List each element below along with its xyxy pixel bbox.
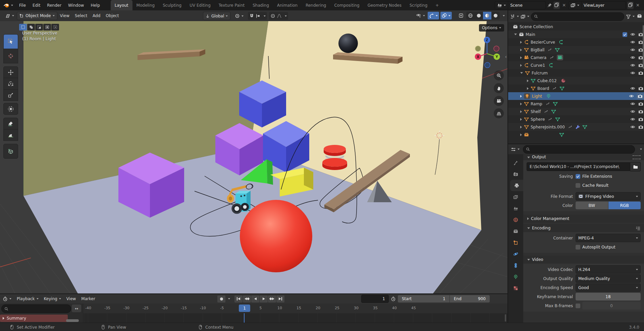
tab-tool[interactable] — [508, 157, 523, 168]
hide-eye-icon[interactable] — [630, 70, 635, 75]
hide-eye-icon[interactable] — [630, 40, 635, 45]
outliner-item-label[interactable]: BigBall — [531, 48, 544, 52]
timeline-search-input[interactable] — [1, 305, 71, 313]
outliner-row-bigball[interactable]: BigBall — [508, 46, 644, 54]
outliner-row-light[interactable]: Light — [508, 92, 644, 100]
viewlayer-name[interactable]: ViewLayer — [582, 2, 626, 9]
menu-file[interactable]: File — [16, 3, 29, 8]
add-workspace-button[interactable]: + — [431, 0, 443, 10]
tab-layout[interactable]: Layout — [111, 0, 132, 10]
tool-annotate[interactable] — [3, 118, 18, 129]
auto-keying-button[interactable] — [217, 295, 225, 302]
disclosure-icon[interactable] — [520, 103, 522, 105]
tab-uv-editing[interactable]: UV Editing — [185, 0, 215, 10]
new-viewlayer-button[interactable] — [627, 2, 634, 9]
outliner-row-spherejoints[interactable]: SphereJoints.000 — [508, 123, 644, 131]
tab-texture-paint[interactable]: Texture Paint — [215, 0, 249, 10]
tab-rendering[interactable]: Rendering — [302, 0, 330, 10]
outliner-row-sphere[interactable]: Sphere — [508, 115, 644, 123]
max-bframes-checkbox[interactable] — [576, 304, 580, 308]
unlink-scene-button[interactable]: ✕ — [561, 3, 567, 8]
disable-render-camera-icon[interactable] — [638, 124, 643, 129]
pivot-point-selector[interactable] — [232, 12, 246, 20]
outliner-item-label[interactable]: Cube.012 — [537, 78, 557, 83]
tool-cursor[interactable] — [3, 49, 18, 63]
tab-geometry-nodes[interactable]: Geometry Nodes — [364, 0, 406, 10]
tool-rotate[interactable] — [3, 78, 18, 90]
display-mode-button[interactable] — [521, 14, 529, 19]
editor-type-button[interactable] — [510, 14, 519, 19]
snap-target-icon[interactable] — [256, 13, 261, 18]
frame-start-field[interactable]: Start 1 — [398, 295, 449, 302]
jump-to-end-button[interactable] — [276, 295, 284, 302]
timeline-ruler[interactable]: -40 -35 -30 -25 -20 -15 -10 -5 5 10 15 2… — [83, 304, 507, 313]
menu-view[interactable]: View — [57, 10, 72, 21]
current-frame-indicator[interactable]: 1 — [239, 305, 250, 312]
toggle-xray-button[interactable] — [457, 12, 465, 19]
tab-view-layer[interactable] — [508, 191, 523, 203]
color-rgb-button[interactable]: RGB — [608, 202, 641, 209]
tab-scripting[interactable]: Scripting — [406, 0, 431, 10]
show-gizmo-button[interactable] — [428, 12, 439, 19]
tool-move[interactable] — [3, 66, 18, 78]
browse-folder-button[interactable] — [630, 162, 641, 171]
disable-render-camera-icon[interactable] — [638, 109, 643, 114]
scene-browse-icon[interactable] — [495, 2, 508, 9]
hide-eye-icon[interactable] — [630, 47, 635, 52]
tab-texture[interactable] — [508, 282, 523, 294]
gizmo-axis-neg-x[interactable] — [494, 46, 499, 51]
filter-button[interactable] — [626, 14, 635, 19]
tab-collection[interactable] — [508, 225, 523, 237]
select-mode-intersect-button[interactable] — [51, 24, 59, 31]
disclosure-icon[interactable] — [527, 79, 529, 82]
keyframe-interval-field[interactable]: 18 — [576, 293, 641, 300]
outliner-item-label[interactable]: Main — [526, 32, 535, 37]
hide-eye-icon[interactable] — [630, 55, 635, 60]
disclosure-icon[interactable] — [520, 118, 522, 121]
gizmo-axis-neg-y[interactable] — [475, 46, 481, 51]
timeline-keyframe-area[interactable] — [83, 313, 507, 323]
pan-view-button[interactable] — [494, 83, 504, 93]
file-format-dropdown[interactable]: FFmpeg Video — [576, 192, 641, 201]
camera-view-button[interactable] — [494, 96, 504, 106]
outliner-item-label[interactable]: BezierCurve — [531, 40, 555, 45]
frame-end-field[interactable]: End 900 — [450, 295, 490, 302]
snap-toggle-magnet-icon[interactable] — [249, 13, 254, 18]
outliner-scrollbar[interactable] — [643, 25, 644, 69]
color-bw-button[interactable]: BW — [576, 202, 608, 209]
proportional-editing-icon[interactable] — [270, 13, 275, 18]
disclosure-icon[interactable] — [520, 95, 522, 98]
outliner-row-board[interactable]: Board — [508, 85, 644, 92]
tool-add-cube[interactable] — [3, 144, 18, 159]
disclosure-icon[interactable] — [520, 56, 522, 59]
gizmo-axis-neg-z[interactable] — [485, 62, 490, 68]
outliner-item-label[interactable]: Sphere — [531, 117, 545, 122]
red-sphere[interactable] — [240, 200, 312, 272]
tab-scene[interactable] — [508, 203, 523, 214]
select-mode-invert-button[interactable] — [43, 24, 51, 31]
timeline-horizontal-scrollbar[interactable] — [66, 319, 79, 322]
output-panel-header[interactable]: Output — [523, 154, 644, 160]
outliner-row-fulcrum[interactable]: Fulcrum — [508, 69, 644, 77]
disclosure-icon[interactable] — [520, 64, 522, 67]
sidebar-toggle-icon[interactable]: ‹ — [505, 54, 507, 59]
hide-eye-icon[interactable] — [630, 63, 635, 68]
disable-render-camera-icon[interactable] — [638, 117, 643, 122]
disclosure-icon[interactable] — [520, 133, 522, 136]
black-sphere[interactable] — [338, 34, 358, 53]
disclosure-icon[interactable] — [514, 34, 517, 35]
timeline-scrollbar[interactable] — [505, 314, 506, 322]
outliner-row-partial[interactable] — [508, 131, 644, 139]
select-mode-new-button[interactable] — [19, 24, 27, 31]
tab-render[interactable] — [508, 168, 523, 180]
disclosure-icon[interactable] — [3, 317, 4, 320]
outliner-row-curve1[interactable]: Curve1 — [508, 61, 644, 69]
tool-scale[interactable] — [3, 89, 18, 101]
tab-object-data[interactable] — [508, 271, 523, 282]
tool-measure[interactable] — [3, 129, 18, 141]
menu-marker[interactable]: Marker — [78, 293, 98, 304]
tool-transform[interactable] — [3, 103, 18, 115]
play-button[interactable] — [260, 295, 268, 302]
menu-playback[interactable]: Playback — [14, 293, 41, 304]
hide-eye-icon[interactable] — [630, 86, 635, 91]
